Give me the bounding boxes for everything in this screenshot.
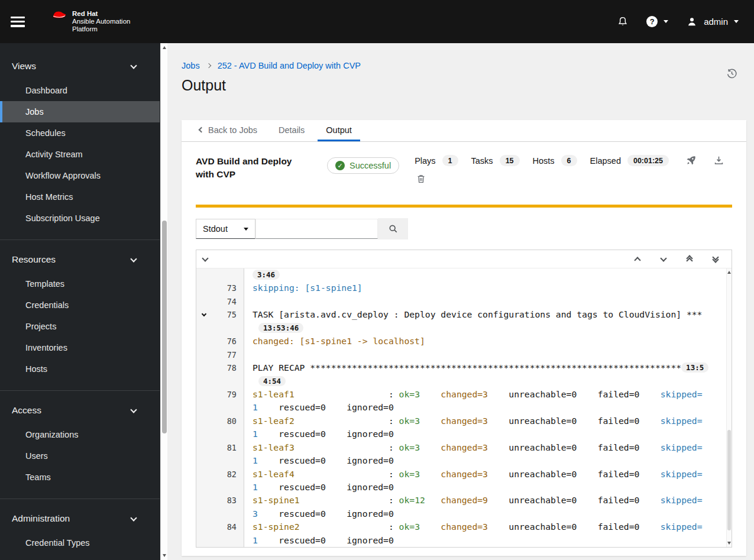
sidebar-item-projects[interactable]: Projects [0,316,160,337]
scroll-up-arrow-icon[interactable] [727,271,731,274]
nav-section-toggle-access[interactable]: Access [0,400,160,424]
expander-cell [196,494,212,507]
log-segment: 1 [253,482,258,492]
search-button[interactable] [378,218,408,239]
scroll-next-icon[interactable] [660,255,666,261]
line-number [212,401,244,414]
log-row: 73skipping: [s1-spine1] [196,281,732,294]
scrollbar-thumb[interactable] [727,430,731,530]
log-segment: skipped= [661,469,703,479]
log-segment: unreachable=0 failed=0 [488,389,661,399]
nav-section-toggle-resources[interactable]: Resources [0,250,160,273]
log-segment: unreachable=0 failed=0 [488,469,661,479]
log-row: 3:46 [196,268,732,281]
job-output-card: Back to Jobs Details Output AVD Build an… [182,120,746,556]
stdout-select-value: Stdout [203,224,228,234]
log-segment: unreachable=0 failed=0 [488,495,661,505]
scroll-to-bottom-icon[interactable] [713,256,718,262]
main-content: Jobs 252 - AVD Build and Deploy with CVP… [167,43,754,560]
log-segment: ok=12 [399,495,425,505]
collapse-output-chevron-icon[interactable] [202,255,208,261]
sidebar-nav: ViewsDashboardJobsSchedulesActivity Stre… [0,51,160,559]
help-menu[interactable]: ? [646,16,668,27]
nav-section-views: ViewsDashboardJobsSchedulesActivity Stre… [0,51,160,235]
log-segment: unreachable=0 failed=0 [488,442,661,452]
sidebar-item-subscription-usage[interactable]: Subscription Usage [0,208,160,229]
task-expand-chevron-icon[interactable] [202,312,206,316]
log-row: 79s1-leaf1 : ok=3 changed=3 unreachable=… [196,388,732,401]
expander-cell [196,388,212,401]
line-number [212,375,244,388]
tab-details[interactable]: Details [270,120,313,141]
chevron-down-icon [130,514,137,521]
chevron-down-icon [734,20,739,23]
scroll-previous-icon[interactable] [634,257,640,263]
sidebar-scrollbar[interactable] [160,43,167,560]
log-scrollbar[interactable] [726,268,732,547]
stat-label: Hosts [533,156,555,166]
help-question-icon: ? [646,16,658,27]
log-row: 74 [196,295,732,308]
search-input[interactable] [255,219,378,239]
sidebar-item-hosts[interactable]: Hosts [0,358,160,380]
sidebar-item-dashboard[interactable]: Dashboard [0,80,160,101]
sidebar-item-schedules[interactable]: Schedules [0,122,160,144]
line-number: 80 [212,415,244,428]
expander-cell [196,308,212,321]
log-row: 82s1-leaf4 : ok=3 changed=3 unreachable=… [196,468,732,481]
log-segment: : [295,442,399,452]
download-icon[interactable] [713,155,724,166]
log-segment: s1-spine2 [253,522,300,532]
breadcrumb-job-link[interactable]: 252 - AVD Build and Deploy with CVP [218,61,361,70]
log-toolbar [196,250,732,268]
log-segment: rescued=0 ignored=0 [258,455,394,465]
log-lines: 3:4673skipping: [s1-spine1]7475TASK [ari… [196,268,732,547]
line-number: 77 [212,348,244,361]
chevron-down-icon [130,62,137,69]
log-segment: changed=3 [441,389,488,399]
hamburger-menu-icon[interactable] [11,17,25,27]
scrollbar-thumb[interactable] [162,221,167,433]
log-segment [420,389,441,399]
user-menu[interactable]: admin [686,16,739,28]
log-row: 78PLAY RECAP ***************************… [196,361,732,374]
relaunch-rocket-icon[interactable] [685,155,697,166]
nav-section-toggle-views[interactable]: Views [0,56,160,80]
sidebar-item-templates[interactable]: Templates [0,273,160,294]
sidebar-item-host-metrics[interactable]: Host Metrics [0,186,160,208]
delete-trash-icon[interactable] [416,173,426,184]
history-icon[interactable] [726,68,737,79]
tab-output[interactable]: Output [318,120,360,141]
scroll-up-arrow-icon[interactable] [163,46,166,49]
scroll-to-top-icon[interactable] [687,255,692,263]
log-segment: s1-leaf2 [253,416,295,426]
log-text: 3 rescued=0 ignored=0 [244,507,732,520]
tab-back-to-jobs[interactable]: Back to Jobs [191,120,266,141]
log-row: 1 rescued=0 ignored=0 [196,481,732,494]
log-row: 77 [196,348,732,361]
scroll-down-arrow-icon[interactable] [163,554,166,557]
scroll-down-arrow-icon[interactable] [727,542,731,545]
sidebar-item-teams[interactable]: Teams [0,467,160,488]
log-text: 13:53:46 [244,322,732,335]
sidebar-item-jobs[interactable]: Jobs [0,101,160,122]
nav-section-toggle-administration[interactable]: Administration [0,509,160,532]
sidebar-item-credential-types[interactable]: Credential Types [0,532,160,553]
notifications-bell-icon[interactable] [617,15,629,28]
sidebar-item-credentials[interactable]: Credentials [0,294,160,316]
sidebar-item-activity-stream[interactable]: Activity Stream [0,144,160,165]
breadcrumb-jobs-link[interactable]: Jobs [182,61,200,70]
sidebar-item-workflow-approvals[interactable]: Workflow Approvals [0,165,160,186]
log-segment: 1 [253,455,258,465]
log-segment: rescued=0 ignored=0 [258,509,394,519]
stdout-select[interactable]: Stdout [196,219,255,239]
sidebar-item-inventories[interactable]: Inventories [0,337,160,358]
log-segment: s1-leaf3 [253,442,295,452]
line-number [212,428,244,441]
log-segment: : [295,389,399,399]
sidebar-item-users[interactable]: Users [0,445,160,467]
log-segment: : [300,495,399,505]
stat-value-badge: 6 [561,155,577,166]
sidebar-item-organizations[interactable]: Organizations [0,424,160,445]
log-segment: changed=3 [441,442,488,452]
